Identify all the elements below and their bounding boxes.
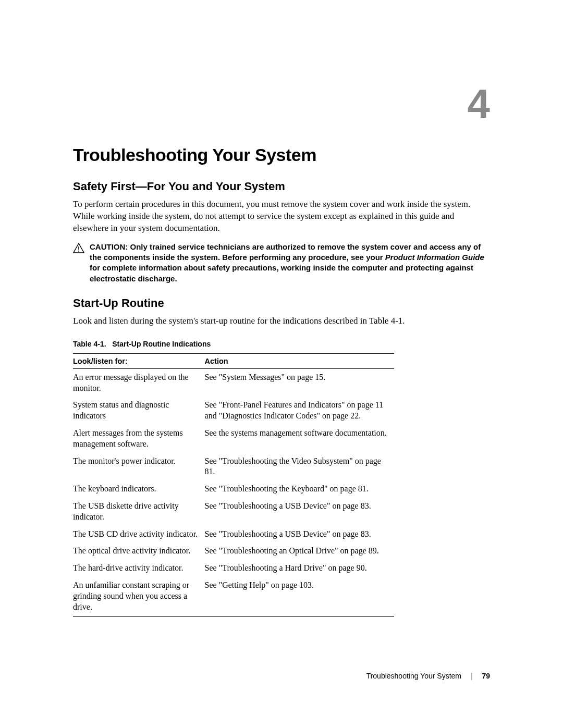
- table-row: The keyboard indicators. See "Troublesho…: [73, 480, 394, 498]
- table-row: System status and diagnostic indicators …: [73, 397, 394, 425]
- footer-section: Troubleshooting Your System: [366, 672, 461, 680]
- chapter-number: 4: [73, 83, 490, 124]
- section-safety-title: Safety First—For You and Your System: [73, 180, 490, 193]
- table-row: An unfamiliar constant scraping or grind…: [73, 577, 394, 617]
- cell-look: Alert messages from the systems manageme…: [73, 425, 205, 453]
- section-startup-title: Start-Up Routine: [73, 297, 490, 310]
- cell-action: See "Troubleshooting the Video Subsystem…: [205, 453, 394, 481]
- cell-action: See the systems management software docu…: [205, 425, 394, 453]
- table-row: The optical drive activity indicator. Se…: [73, 542, 394, 560]
- cell-action: See "Troubleshooting the Keyboard" on pa…: [205, 480, 394, 498]
- svg-point-2: [78, 251, 79, 252]
- table-row: Alert messages from the systems manageme…: [73, 425, 394, 453]
- cell-look: An error message displayed on the monito…: [73, 368, 205, 397]
- chapter-title: Troubleshooting Your System: [73, 145, 490, 165]
- footer-separator: |: [471, 672, 473, 680]
- cell-look: The optical drive activity indicator.: [73, 542, 205, 560]
- cell-look: The hard-drive activity indicator.: [73, 560, 205, 577]
- cell-action: See "System Messages" on page 15.: [205, 368, 394, 397]
- caution-italic: Product Information Guide: [385, 253, 484, 262]
- cell-action: See "Front-Panel Features and Indicators…: [205, 397, 394, 425]
- caution-text-after: for complete information about safety pr…: [90, 263, 473, 282]
- cell-action: See "Troubleshooting a USB Device" on pa…: [205, 498, 394, 526]
- startup-indications-table: Look/listen for: Action An error message…: [73, 353, 394, 618]
- cell-look: The USB diskette drive activity indicato…: [73, 498, 205, 526]
- page-footer: Troubleshooting Your System | 79: [366, 672, 490, 680]
- table-row: The USB diskette drive activity indicato…: [73, 498, 394, 526]
- cell-action: See "Troubleshooting a Hard Drive" on pa…: [205, 560, 394, 577]
- caution-block: CAUTION: Only trained service technician…: [73, 242, 490, 284]
- table-caption: Table 4-1. Start-Up Routine Indications: [73, 340, 490, 348]
- caution-triangle-icon: [73, 243, 84, 253]
- table-row: The monitor's power indicator. See "Trou…: [73, 453, 394, 481]
- cell-action: See "Getting Help" on page 103.: [205, 577, 394, 617]
- table-header-look: Look/listen for:: [73, 353, 205, 368]
- cell-look: An unfamiliar constant scraping or grind…: [73, 577, 205, 617]
- cell-action: See "Troubleshooting a USB Device" on pa…: [205, 526, 394, 543]
- caution-text: CAUTION: Only trained service technician…: [90, 242, 490, 284]
- cell-action: See "Troubleshooting an Optical Drive" o…: [205, 542, 394, 560]
- cell-look: The monitor's power indicator.: [73, 453, 205, 481]
- caution-label: CAUTION:: [90, 242, 130, 251]
- startup-body-text: Look and listen during the system's star…: [73, 315, 490, 327]
- cell-look: System status and diagnostic indicators: [73, 397, 205, 425]
- footer-page-number: 79: [482, 672, 490, 680]
- table-row: The USB CD drive activity indicator. See…: [73, 526, 394, 543]
- table-caption-label: Table 4-1.: [73, 340, 106, 348]
- table-row: The hard-drive activity indicator. See "…: [73, 560, 394, 577]
- cell-look: The keyboard indicators.: [73, 480, 205, 498]
- cell-look: The USB CD drive activity indicator.: [73, 526, 205, 543]
- safety-body-text: To perform certain procedures in this do…: [73, 199, 490, 235]
- table-row: An error message displayed on the monito…: [73, 368, 394, 397]
- table-caption-title: Start-Up Routine Indications: [112, 340, 211, 348]
- page-content: 4 Troubleshooting Your System Safety Fir…: [0, 0, 563, 617]
- table-header-action: Action: [205, 353, 394, 368]
